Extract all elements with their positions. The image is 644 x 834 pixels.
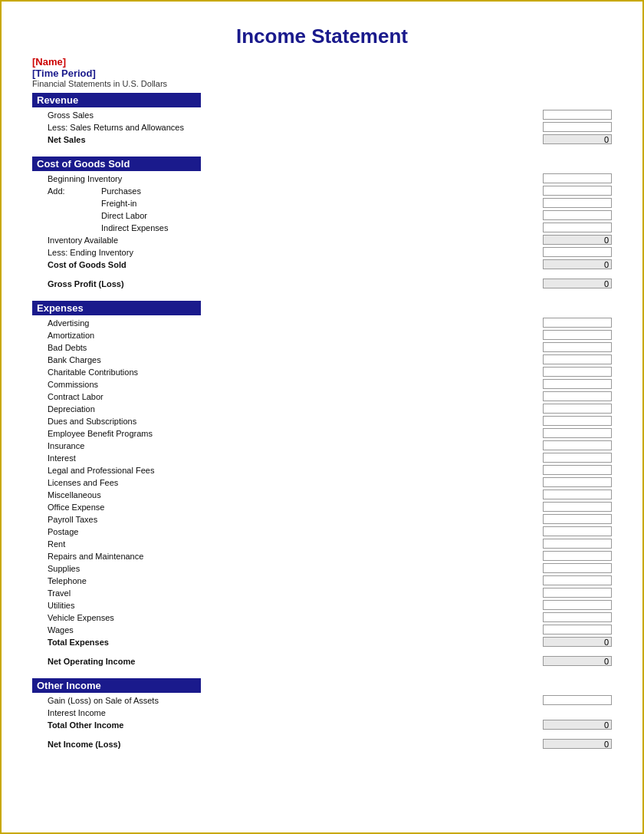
expense-row: Employee Benefit Programs [32, 427, 612, 439]
expense-input-17[interactable] [543, 526, 612, 536]
expenses-rows: Advertising Amortization Bad Debts Bank … [32, 317, 612, 635]
expense-label: Contract Labor [32, 392, 539, 401]
expense-row: Supplies [32, 562, 612, 574]
time-period-placeholder[interactable]: [Time Period] [32, 68, 612, 79]
expense-input-20[interactable] [543, 563, 612, 573]
inventory-available-value: 0 [543, 235, 612, 245]
gross-profit-value: 0 [543, 279, 612, 288]
direct-labor-input[interactable] [543, 210, 612, 220]
expense-row: Telephone [32, 575, 612, 586]
expense-input-18[interactable] [543, 539, 612, 549]
total-expenses-row: Total Expenses 0 [32, 636, 612, 648]
beginning-inventory-input[interactable] [543, 173, 612, 183]
expense-row: Bad Debts [32, 341, 612, 353]
interest-income-label: Interest Income [32, 708, 539, 717]
expense-label: Telephone [32, 576, 539, 585]
expense-input-4[interactable] [543, 367, 612, 377]
expense-label: Bad Debts [32, 343, 539, 352]
revenue-header: Revenue [32, 93, 201, 107]
expense-label: Wages [32, 625, 539, 635]
expense-label: Postage [32, 527, 539, 536]
expense-label: Amortization [32, 331, 539, 340]
expense-input-9[interactable] [543, 428, 612, 438]
expense-label: Rent [32, 539, 539, 549]
expense-row: Office Expense [32, 501, 612, 513]
expense-input-2[interactable] [543, 342, 612, 352]
gross-profit-label: Gross Profit (Loss) [32, 279, 539, 288]
expense-input-25[interactable] [543, 625, 612, 635]
expense-row: Dues and Subscriptions [32, 415, 612, 427]
expense-row: Repairs and Maintenance [32, 550, 612, 562]
expense-row: Licenses and Fees [32, 476, 612, 488]
expense-input-8[interactable] [543, 416, 612, 426]
expense-label: Repairs and Maintenance [32, 552, 539, 561]
expense-input-22[interactable] [543, 588, 612, 598]
less-ending-row: Less: Ending Inventory [32, 246, 612, 258]
expense-label: Dues and Subscriptions [32, 417, 539, 426]
name-placeholder[interactable]: [Name] [32, 56, 612, 68]
expense-label: Licenses and Fees [32, 478, 539, 487]
gross-sales-label: Gross Sales [32, 110, 539, 120]
expense-label: Office Expense [32, 503, 539, 512]
expense-row: Wages [32, 624, 612, 635]
expense-row: Utilities [32, 599, 612, 611]
net-sales-label: Net Sales [32, 135, 539, 144]
expense-label: Depreciation [32, 404, 539, 414]
expense-label: Commissions [32, 380, 539, 389]
inventory-available-row: Inventory Available 0 [32, 234, 612, 246]
expense-input-12[interactable] [543, 465, 612, 475]
expense-label: Legal and Professional Fees [32, 466, 539, 475]
gross-profit-row: Gross Profit (Loss) 0 [32, 278, 612, 289]
expense-row: Rent [32, 538, 612, 549]
purchases-input[interactable] [543, 186, 612, 196]
expense-label: Employee Benefit Programs [32, 429, 539, 438]
expense-row: Commissions [32, 378, 612, 390]
expense-input-19[interactable] [543, 551, 612, 561]
less-ending-input[interactable] [543, 247, 612, 257]
expense-input-10[interactable] [543, 440, 612, 450]
beginning-inventory-row: Beginning Inventory [32, 173, 612, 184]
page-title: Income Statement [32, 25, 612, 48]
cogs-header: Cost of Goods Sold [32, 157, 201, 171]
expense-label: Supplies [32, 564, 539, 573]
expense-row: Legal and Professional Fees [32, 464, 612, 476]
expense-input-14[interactable] [543, 490, 612, 499]
expense-input-15[interactable] [543, 502, 612, 512]
expense-label: Miscellaneous [32, 490, 539, 499]
expense-input-23[interactable] [543, 600, 612, 610]
expense-row: Amortization [32, 329, 612, 341]
expense-input-7[interactable] [543, 404, 612, 414]
expense-label: Interest [32, 453, 539, 463]
direct-labor-label: Direct Labor [32, 211, 539, 220]
purchases-label: Purchases [101, 186, 178, 196]
expense-row: Interest [32, 452, 612, 463]
expense-input-16[interactable] [543, 514, 612, 524]
expense-input-1[interactable] [543, 330, 612, 340]
expense-input-11[interactable] [543, 453, 612, 463]
sales-returns-input[interactable] [543, 122, 612, 132]
total-other-income-row: Total Other Income 0 [32, 719, 612, 730]
expense-input-13[interactable] [543, 477, 612, 487]
indirect-expenses-input[interactable] [543, 223, 612, 232]
expense-input-3[interactable] [543, 354, 612, 364]
gain-loss-input[interactable] [543, 695, 612, 705]
expense-input-24[interactable] [543, 612, 612, 622]
net-operating-row: Net Operating Income 0 [32, 655, 612, 667]
expense-row: Payroll Taxes [32, 513, 612, 525]
page: Income Statement [Name] [Time Period] Fi… [0, 0, 644, 834]
expense-input-21[interactable] [543, 575, 612, 585]
freight-in-input[interactable] [543, 198, 612, 208]
indirect-expenses-row: Indirect Expenses [32, 222, 612, 233]
expense-input-6[interactable] [543, 391, 612, 401]
add-label: Add: [32, 186, 101, 196]
expense-row: Advertising [32, 317, 612, 328]
expense-label: Bank Charges [32, 355, 539, 364]
gross-sales-input[interactable] [543, 110, 612, 120]
net-income-row: Net Income (Loss) 0 [32, 738, 612, 750]
expense-input-0[interactable] [543, 318, 612, 328]
gain-loss-row: Gain (Loss) on Sale of Assets [32, 694, 612, 706]
expense-input-5[interactable] [543, 379, 612, 389]
beginning-inventory-label: Beginning Inventory [32, 174, 539, 183]
less-ending-label: Less: Ending Inventory [32, 248, 539, 257]
direct-labor-row: Direct Labor [32, 209, 612, 221]
